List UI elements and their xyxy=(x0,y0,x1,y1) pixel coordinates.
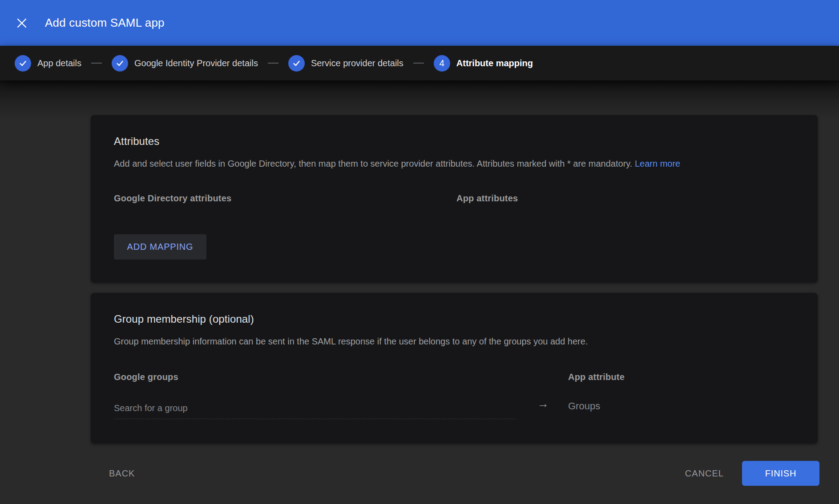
attributes-description-text: Add and select user fields in Google Dir… xyxy=(114,159,632,168)
back-button[interactable]: BACK xyxy=(109,468,135,479)
close-icon[interactable] xyxy=(16,17,28,29)
add-mapping-button[interactable]: ADD MAPPING xyxy=(114,234,206,260)
step-number-badge: 4 xyxy=(434,55,450,72)
app-attributes-header: App attributes xyxy=(456,192,518,204)
group-column-headers: Google groups App attribute xyxy=(114,371,795,383)
group-search-input[interactable] xyxy=(114,398,516,419)
step-label: Service provider details xyxy=(311,58,403,68)
attributes-card-title: Attributes xyxy=(114,135,795,148)
google-groups-header: Google groups xyxy=(114,372,178,382)
dialog-title: Add custom SAML app xyxy=(45,16,165,30)
step-completed-check-icon xyxy=(288,55,305,72)
stepper-step-attribute-mapping[interactable]: 4 Attribute mapping xyxy=(434,55,533,72)
step-number: 4 xyxy=(440,58,444,68)
google-directory-attributes-header: Google Directory attributes xyxy=(114,193,231,203)
group-card-description: Group membership information can be sent… xyxy=(114,336,795,347)
step-connector xyxy=(268,63,278,64)
stepper-step-service-provider-details[interactable]: Service provider details xyxy=(288,55,403,72)
wizard-footer: BACK CANCEL FINISH xyxy=(0,461,839,486)
step-completed-check-icon xyxy=(112,55,128,72)
wizard-stepper: App details Google Identity Provider det… xyxy=(0,46,839,80)
group-mapping-row: → xyxy=(114,398,795,420)
step-connector xyxy=(413,63,424,64)
mapping-arrow-icon: → xyxy=(537,398,549,409)
cancel-button[interactable]: CANCEL xyxy=(685,468,724,479)
step-label: Attribute mapping xyxy=(456,58,533,68)
finish-button[interactable]: FINISH xyxy=(742,461,819,486)
learn-more-link[interactable]: Learn more xyxy=(635,159,680,168)
step-label: Google Identity Provider details xyxy=(134,58,258,68)
group-card-title: Group membership (optional) xyxy=(114,313,795,325)
app-attribute-header: App attribute xyxy=(568,371,625,383)
app-attribute-input[interactable] xyxy=(568,400,702,412)
attributes-card-description: Add and select user fields in Google Dir… xyxy=(114,158,795,169)
step-connector xyxy=(91,63,102,64)
stepper-step-google-idp-details[interactable]: Google Identity Provider details xyxy=(112,55,258,72)
attributes-card: Attributes Add and select user fields in… xyxy=(91,115,818,283)
step-label: App details xyxy=(37,58,81,68)
step-completed-check-icon xyxy=(15,55,31,72)
titlebar: Add custom SAML app xyxy=(0,0,839,46)
wizard-content: Attributes Add and select user fields in… xyxy=(0,80,839,504)
attributes-column-headers: Google Directory attributes App attribut… xyxy=(114,192,795,204)
stepper-step-app-details[interactable]: App details xyxy=(15,55,81,72)
group-membership-card: Group membership (optional) Group member… xyxy=(91,293,818,444)
